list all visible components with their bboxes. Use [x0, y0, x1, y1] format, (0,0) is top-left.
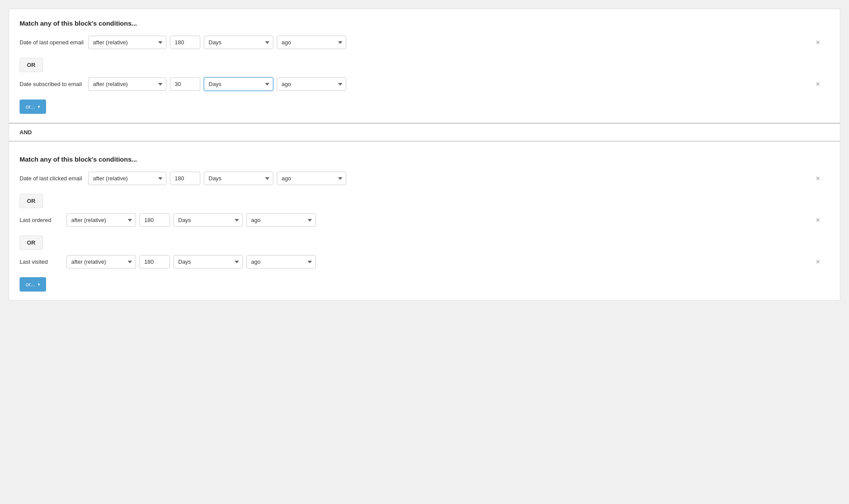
- condition-1-unit[interactable]: Days Hours Weeks Months: [204, 36, 273, 49]
- condition-5-unit[interactable]: Days Hours Weeks Months: [173, 255, 243, 269]
- or-badge-2: OR: [20, 194, 43, 208]
- condition-4-operator[interactable]: after (relative) before (relative) exact…: [66, 213, 136, 227]
- condition-5-close[interactable]: ×: [813, 258, 822, 266]
- condition-1-value[interactable]: [170, 36, 200, 49]
- condition-2-label: Date subscribed to email: [20, 81, 85, 87]
- block-2-title: Match any of this block's conditions...: [20, 156, 829, 163]
- condition-2-close[interactable]: ×: [813, 80, 822, 89]
- condition-3-close[interactable]: ×: [813, 174, 822, 183]
- or-button-2-label: or...: [26, 281, 35, 288]
- condition-4-unit[interactable]: Days Hours Weeks Months: [173, 213, 243, 227]
- condition-4-when[interactable]: ago from now: [246, 213, 316, 227]
- or-badge-1: OR: [20, 58, 43, 72]
- condition-3-label: Date of last clicked email: [20, 175, 85, 182]
- condition-1-label: Date of last opened email: [20, 39, 85, 46]
- or-badge-3: OR: [20, 235, 43, 250]
- condition-3-value[interactable]: [170, 172, 200, 185]
- or-button-1-caret: ▾: [38, 104, 40, 109]
- condition-3-operator[interactable]: after (relative) before (relative) exact…: [88, 172, 166, 185]
- block-1: Match any of this block's conditions... …: [9, 9, 840, 123]
- condition-row-4: Last ordered after (relative) before (re…: [20, 213, 829, 227]
- condition-5-operator[interactable]: after (relative) before (relative) exact…: [66, 255, 136, 269]
- or-button-2-caret: ▾: [38, 282, 40, 287]
- condition-1-close[interactable]: ×: [813, 38, 822, 47]
- or-button-1-label: or...: [26, 103, 35, 110]
- block-1-title: Match any of this block's conditions...: [20, 20, 829, 27]
- condition-2-value[interactable]: [170, 77, 200, 91]
- condition-2-operator[interactable]: after (relative) before (relative) exact…: [88, 77, 166, 91]
- condition-1-when[interactable]: ago from now: [277, 36, 346, 49]
- or-button-2[interactable]: or... ▾: [20, 277, 46, 292]
- condition-3-unit[interactable]: Days Hours Weeks Months: [204, 172, 273, 185]
- condition-3-when[interactable]: ago from now: [277, 172, 346, 185]
- condition-5-when[interactable]: ago from now: [246, 255, 316, 269]
- condition-row-3: Date of last clicked email after (relati…: [20, 172, 829, 185]
- condition-4-label: Last ordered: [20, 217, 63, 223]
- and-separator: AND: [9, 123, 840, 142]
- block-2: Match any of this block's conditions... …: [9, 142, 840, 301]
- or-button-1[interactable]: or... ▾: [20, 99, 46, 114]
- condition-2-when[interactable]: ago from now: [277, 77, 346, 91]
- condition-1-operator[interactable]: after (relative) before (relative) exact…: [88, 36, 166, 49]
- condition-row-1: Date of last opened email after (relativ…: [20, 36, 829, 49]
- condition-row-2: Date subscribed to email after (relative…: [20, 77, 829, 91]
- condition-5-label: Last visited: [20, 259, 63, 265]
- condition-2-unit[interactable]: Days Hours Weeks Months: [204, 77, 273, 91]
- condition-4-close[interactable]: ×: [813, 216, 822, 225]
- condition-5-value[interactable]: [139, 255, 170, 269]
- condition-4-value[interactable]: [139, 213, 170, 227]
- condition-row-5: Last visited after (relative) before (re…: [20, 255, 829, 269]
